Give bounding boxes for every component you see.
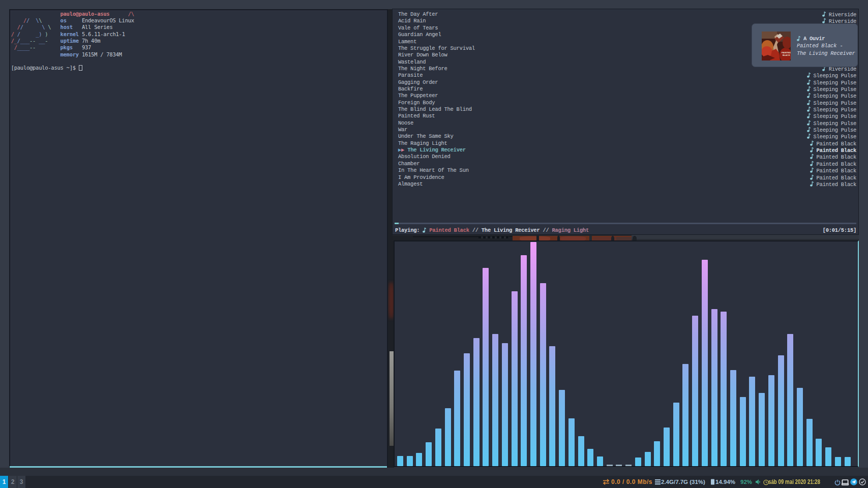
svg-text:BLACK: BLACK bbox=[783, 54, 790, 56]
